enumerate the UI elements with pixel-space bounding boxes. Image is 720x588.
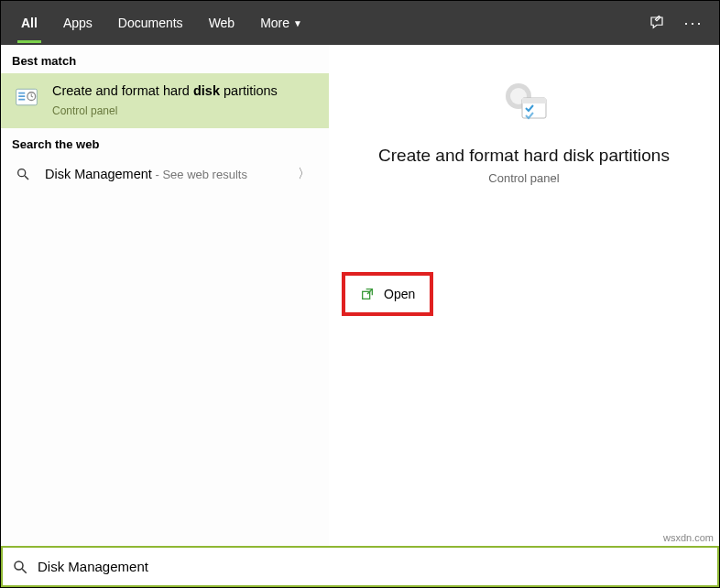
svg-rect-1 <box>18 93 25 94</box>
watermark: wsxdn.com <box>663 532 714 543</box>
search-icon <box>14 167 32 181</box>
section-header-search-web: Search the web <box>1 128 329 157</box>
tab-web[interactable]: Web <box>196 1 248 45</box>
feedback-icon <box>649 15 665 31</box>
svg-rect-3 <box>18 99 25 101</box>
result-subtitle: Control panel <box>52 104 316 117</box>
tab-label: Apps <box>63 16 93 30</box>
search-scope-tabbar: All Apps Documents Web More▼ ··· <box>1 1 719 45</box>
more-options-button[interactable]: ··· <box>675 1 712 45</box>
svg-line-6 <box>25 176 28 180</box>
section-header-best-match: Best match <box>1 45 329 73</box>
chevron-down-icon: ▼ <box>293 18 302 28</box>
open-label: Open <box>384 287 415 301</box>
search-icon <box>12 559 28 575</box>
web-result-disk-management[interactable]: Disk Management - See web results 〉 <box>1 157 329 191</box>
preview-app-icon <box>495 74 553 133</box>
result-item-disk-partitions[interactable]: Create and format hard disk partitions C… <box>1 73 329 128</box>
search-bar <box>1 546 719 587</box>
tab-more[interactable]: More▼ <box>247 1 315 45</box>
tab-label: More <box>260 16 289 30</box>
tab-label: All <box>21 16 38 30</box>
open-icon <box>360 287 375 301</box>
svg-rect-10 <box>522 98 546 103</box>
preview-title: Create and format hard disk partitions <box>378 146 670 166</box>
search-input[interactable] <box>38 559 708 574</box>
preview-subtitle: Control panel <box>488 171 559 185</box>
tab-all[interactable]: All <box>8 1 50 45</box>
svg-point-5 <box>18 169 26 176</box>
control-panel-icon <box>14 84 39 110</box>
tab-apps[interactable]: Apps <box>50 1 105 45</box>
result-title: Create and format hard disk partitions <box>52 82 316 101</box>
tab-label: Documents <box>118 16 183 30</box>
tab-label: Web <box>209 16 235 30</box>
ellipsis-icon: ··· <box>683 14 703 33</box>
open-action[interactable]: Open <box>351 281 424 307</box>
svg-point-12 <box>15 561 23 570</box>
highlight-box: Open <box>342 272 433 316</box>
web-result-text: Disk Management - See web results <box>45 167 285 181</box>
svg-line-13 <box>22 569 27 573</box>
tab-documents[interactable]: Documents <box>105 1 196 45</box>
feedback-button[interactable] <box>638 1 675 45</box>
chevron-right-icon: 〉 <box>298 166 316 182</box>
svg-rect-2 <box>18 95 25 97</box>
preview-panel: Create and format hard disk partitions C… <box>329 45 719 548</box>
results-panel: Best match Create and format hard disk p… <box>1 45 329 548</box>
